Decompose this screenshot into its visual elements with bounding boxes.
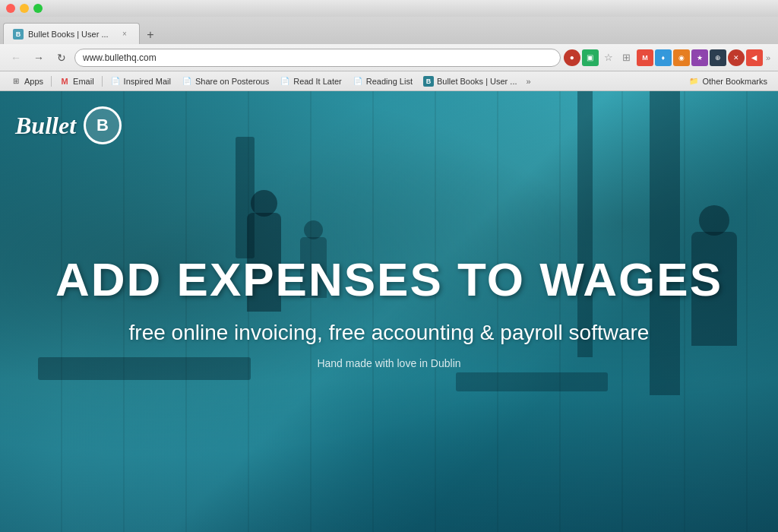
- bookmark-share-posterous[interactable]: 📄 Share on Posterous: [177, 74, 274, 88]
- title-bar: [0, 0, 778, 17]
- website-content: Bullet B ADD EXPENSES TO WAGES free onli…: [0, 91, 778, 532]
- close-window-button[interactable]: [6, 4, 15, 13]
- extension-icon-4[interactable]: ⊞: [618, 49, 635, 66]
- bookmark-icon-inspired: 📄: [110, 76, 121, 87]
- bookmark-icon-readinglist: 📄: [353, 76, 363, 87]
- forward-button[interactable]: →: [29, 48, 49, 68]
- main-headline: ADD EXPENSES TO WAGES: [55, 254, 723, 306]
- extension-icon-2[interactable]: ▣: [582, 49, 599, 66]
- apps-icon: ⊞: [11, 76, 21, 87]
- text-overlay: ADD EXPENSES TO WAGES free online invoic…: [0, 91, 778, 532]
- bookmark-gmail[interactable]: M Email: [55, 74, 99, 88]
- folder-icon: 📁: [688, 76, 699, 87]
- bookmark-icon-posterous: 📄: [182, 76, 192, 87]
- more-bookmarks-button[interactable]: »: [523, 75, 534, 87]
- extension-icon-1[interactable]: ●: [564, 49, 580, 66]
- extension-icon-3[interactable]: ☆: [600, 49, 617, 66]
- tab-title: Bullet Books | User ...: [28, 30, 115, 39]
- bookmark-inspired-mail[interactable]: 📄 Inspired Mail: [106, 74, 176, 88]
- extension-icon-7[interactable]: ◉: [673, 49, 690, 66]
- bookmark-separator-2: [102, 76, 103, 87]
- active-tab[interactable]: B Bullet Books | User ... ×: [3, 23, 140, 44]
- toolbar-icons: ● ▣ ☆ ⊞ M ♦ ◉ ★ ⊕ ✕ ◀ »: [564, 49, 772, 66]
- new-tab-button[interactable]: +: [140, 26, 161, 44]
- other-bookmarks-folder[interactable]: 📁 Other Bookmarks: [684, 74, 772, 88]
- bookmark-icon-readlater: 📄: [280, 76, 290, 87]
- gmail-icon: M: [59, 76, 70, 87]
- more-extensions-indicator[interactable]: »: [764, 53, 772, 62]
- bookmark-separator-1: [51, 76, 52, 87]
- back-button[interactable]: ←: [6, 48, 26, 68]
- extension-icon-5[interactable]: M: [637, 49, 653, 66]
- browser-window: B Bullet Books | User ... × + ← → ↻ ● ▣ …: [0, 0, 778, 532]
- tab-bar: B Bullet Books | User ... × +: [0, 17, 778, 44]
- extension-icon-6[interactable]: ♦: [655, 49, 672, 66]
- tab-favicon: B: [13, 29, 24, 40]
- reload-button[interactable]: ↻: [52, 48, 71, 68]
- extension-icon-8[interactable]: ★: [691, 49, 708, 66]
- minimize-window-button[interactable]: [20, 4, 29, 13]
- bookmark-reading-list[interactable]: 📄 Reading List: [348, 74, 417, 88]
- tagline: Hand made with love in Dublin: [317, 357, 460, 369]
- bookmark-read-it-later[interactable]: 📄 Read It Later: [275, 74, 346, 88]
- nav-bar: ← → ↻ ● ▣ ☆ ⊞ M ♦ ◉ ★ ⊕ ✕ ◀ »: [0, 44, 778, 71]
- extension-icon-11[interactable]: ◀: [746, 49, 763, 66]
- sub-headline: free online invoicing, free accounting &…: [129, 321, 650, 345]
- address-bar[interactable]: [74, 49, 561, 67]
- maximize-window-button[interactable]: [33, 4, 43, 13]
- bookmarks-bar: ⊞ Apps M Email 📄 Inspired Mail 📄 Share o…: [0, 71, 778, 91]
- tab-close-button[interactable]: ×: [119, 29, 130, 40]
- bookmark-bullet-books[interactable]: B Bullet Books | User ...: [419, 74, 522, 88]
- bookmark-apps[interactable]: ⊞ Apps: [6, 74, 48, 88]
- extension-icon-9[interactable]: ⊕: [710, 49, 726, 66]
- bookmark-icon-bullet: B: [423, 76, 434, 87]
- extension-icon-10[interactable]: ✕: [728, 49, 745, 66]
